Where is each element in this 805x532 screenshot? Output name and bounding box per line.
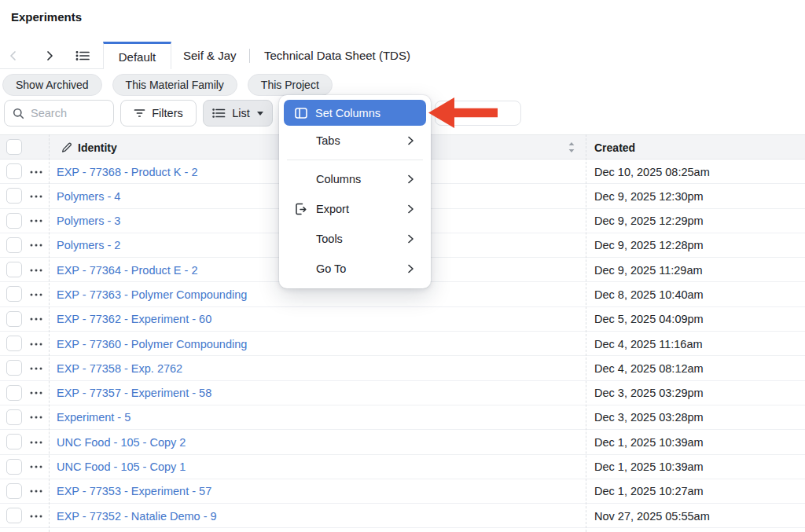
tools-label: Tools [316, 233, 343, 245]
row-created: Dec 5, 2025 04:09pm [594, 307, 704, 332]
row-actions-button[interactable] [30, 258, 42, 282]
page-title: Experiments [11, 10, 82, 24]
row-actions-button[interactable] [30, 307, 42, 332]
identity-header-label: Identity [78, 141, 117, 154]
row-checkbox[interactable] [6, 163, 22, 179]
next-tab-button[interactable] [36, 42, 63, 69]
identity-column-header[interactable]: Identity [61, 135, 117, 160]
row-identity-link[interactable]: EXP - 77363 - Polymer Compounding [57, 282, 247, 306]
row-identity-link[interactable]: EXP - 77362 - Experiment - 60 [57, 307, 211, 332]
row-identity-link[interactable]: EXP - 77357 - Experiment - 58 [57, 381, 211, 405]
row-actions-button[interactable] [30, 282, 42, 306]
row-identity-link[interactable]: Polymers - 2 [57, 233, 120, 258]
row-actions-button[interactable] [30, 233, 42, 258]
list-label: List [232, 107, 250, 119]
pencil-icon [61, 142, 72, 153]
row-identity-link[interactable]: EXP - 77353 - Experiment - 57 [57, 479, 211, 504]
menu-item-export[interactable]: Export [284, 194, 426, 224]
select-all-checkbox[interactable] [6, 139, 22, 155]
ellipsis-icon [30, 293, 42, 296]
column-divider [586, 134, 586, 532]
tab-technical-data-sheet[interactable]: Technical Data Sheet (TDS) [253, 42, 421, 69]
row-checkbox[interactable] [6, 286, 22, 302]
sort-icon[interactable] [568, 141, 575, 153]
created-column-header[interactable]: Created [594, 135, 635, 160]
set-columns-label: Set Columns [315, 107, 380, 119]
row-created: Dec 3, 2025 03:29pm [594, 381, 704, 405]
row-actions-button[interactable] [30, 455, 42, 479]
row-checkbox[interactable] [6, 385, 22, 401]
prev-tab-button[interactable] [0, 42, 27, 69]
chevron-right-icon [43, 50, 56, 62]
table-row: EXP - 77360 - Polymer Compounding Dec 4,… [0, 332, 805, 356]
row-checkbox[interactable] [6, 360, 22, 376]
row-checkbox[interactable] [6, 336, 22, 351]
ellipsis-icon [30, 244, 42, 247]
tab-label: Seif & Jay [183, 49, 237, 62]
row-created: Dec 1, 2025 10:39am [594, 455, 704, 479]
row-checkbox[interactable] [6, 213, 22, 229]
row-checkbox[interactable] [6, 237, 22, 253]
search-box[interactable] [4, 100, 114, 127]
row-checkbox[interactable] [6, 483, 22, 499]
ellipsis-icon [30, 219, 42, 222]
row-actions-button[interactable] [30, 160, 42, 184]
row-identity-link[interactable]: EXP - 77352 - Natalie Demo - 9 [57, 504, 217, 528]
ellipsis-icon [30, 465, 42, 468]
row-checkbox[interactable] [6, 459, 22, 475]
row-identity-link[interactable]: Polymers - 3 [57, 209, 120, 233]
row-identity-link[interactable]: EXP - 77364 - Product E - 2 [57, 258, 197, 282]
row-created: Dec 9, 2025 12:28pm [594, 233, 704, 258]
list-view-icon [212, 108, 226, 119]
row-actions-button[interactable] [30, 405, 42, 430]
row-checkbox[interactable] [6, 434, 22, 449]
row-identity-link[interactable]: EXP - 77360 - Polymer Compounding [57, 332, 247, 356]
tab-list-button[interactable] [69, 42, 96, 69]
row-identity-link[interactable]: EXP - 77358 - Exp. 2762 [57, 356, 182, 380]
row-identity-link[interactable]: EXP - 77368 - Product K - 2 [57, 160, 197, 184]
chevron-right-icon [406, 204, 415, 214]
chevron-right-icon [406, 234, 415, 244]
row-actions-button[interactable] [30, 184, 42, 208]
row-actions-button[interactable] [30, 430, 42, 454]
columns-label: Columns [316, 173, 361, 185]
menu-item-set-columns[interactable]: Set Columns [284, 100, 426, 126]
filters-button[interactable]: Filters [120, 100, 197, 127]
ellipsis-icon [30, 269, 42, 272]
row-identity-link[interactable]: UNC Food - 105 - Copy 2 [57, 430, 186, 454]
list-menu-icon [75, 50, 90, 62]
tab-label: Default [119, 50, 156, 64]
tab-default[interactable]: Default [103, 42, 171, 69]
column-divider [49, 134, 50, 532]
menu-item-tabs[interactable]: Tabs [284, 126, 426, 156]
row-identity-link[interactable]: Experiment - 5 [57, 405, 130, 430]
ellipsis-icon [30, 317, 42, 321]
menu-item-columns[interactable]: Columns [284, 164, 426, 194]
row-identity-link[interactable]: Polymers - 4 [57, 184, 120, 208]
tab-seif-and-jay[interactable]: Seif & Jay [172, 42, 248, 69]
row-checkbox[interactable] [6, 262, 22, 277]
list-view-dropdown[interactable]: List [203, 100, 273, 127]
export-label: Export [316, 203, 349, 215]
row-checkbox[interactable] [6, 508, 22, 523]
row-identity-link[interactable]: UNC Food - 105 - Copy 1 [57, 455, 186, 479]
row-actions-button[interactable] [30, 209, 42, 233]
row-actions-button[interactable] [30, 504, 42, 528]
row-actions-button[interactable] [30, 332, 42, 356]
menu-item-go-to[interactable]: Go To [284, 254, 426, 284]
show-archived-pill[interactable]: Show Archived [2, 74, 102, 96]
search-input[interactable] [31, 107, 101, 119]
this-project-pill[interactable]: This Project [248, 74, 333, 96]
menu-item-tools[interactable]: Tools [284, 224, 426, 254]
row-actions-button[interactable] [30, 381, 42, 405]
ellipsis-icon [30, 195, 42, 198]
row-checkbox[interactable] [6, 311, 22, 327]
row-actions-button[interactable] [30, 479, 42, 504]
this-material-family-pill[interactable]: This Material Family [112, 74, 237, 96]
chevron-right-icon [406, 174, 415, 184]
chevron-left-icon [7, 50, 20, 62]
row-actions-button[interactable] [30, 356, 42, 380]
row-checkbox[interactable] [6, 188, 22, 204]
row-checkbox[interactable] [6, 409, 22, 425]
ellipsis-icon [30, 343, 42, 346]
